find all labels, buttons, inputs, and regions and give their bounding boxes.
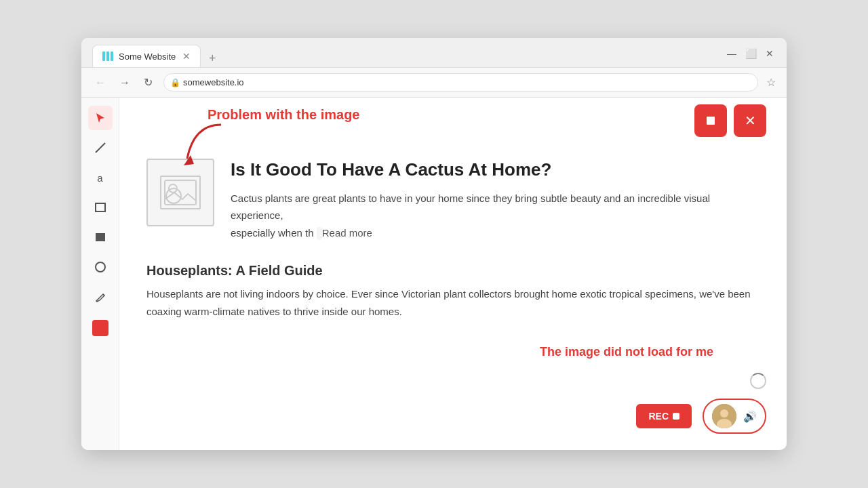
- text-tool[interactable]: a: [88, 165, 113, 190]
- forward-button[interactable]: →: [117, 74, 133, 92]
- cursor-tool[interactable]: [88, 106, 113, 130]
- article-card-2: Houseplants: A Field Guide Houseplants a…: [146, 263, 760, 320]
- svg-point-10: [720, 409, 728, 418]
- close-button[interactable]: ✕: [764, 47, 776, 60]
- article-text-2: Houseplants are not living indoors by ch…: [146, 285, 760, 320]
- tab-icon: [102, 52, 113, 61]
- svg-rect-7: [165, 180, 196, 205]
- loading-spinner: [750, 373, 766, 389]
- browser-tab[interactable]: Some Website ✕: [92, 45, 201, 67]
- read-more-link[interactable]: Read more: [322, 227, 372, 239]
- svg-rect-6: [707, 117, 715, 125]
- pen-tool[interactable]: [88, 285, 113, 309]
- tab-close-button[interactable]: ✕: [182, 51, 191, 62]
- article-title-1: Is It Good To Have A Cactus At Home?: [231, 159, 760, 182]
- tab-bar: Some Website ✕ +: [92, 45, 720, 67]
- article-body-1: Is It Good To Have A Cactus At Home? Cac…: [231, 159, 760, 241]
- maximize-button[interactable]: ⬜: [745, 47, 757, 60]
- page-content: Problem with the image ✕: [119, 98, 787, 450]
- image-placeholder-icon: [160, 176, 201, 209]
- rec-dot-icon: [673, 413, 679, 420]
- rec-label: REC: [648, 411, 669, 422]
- article-card-1: Is It Good To Have A Cactus At Home? Cac…: [146, 159, 760, 241]
- back-button[interactable]: ←: [92, 74, 108, 92]
- user-avatar: [712, 404, 736, 428]
- article-title-2: Houseplants: A Field Guide: [146, 263, 760, 279]
- minimize-button[interactable]: —: [726, 47, 738, 60]
- svg-rect-1: [96, 203, 105, 211]
- close-annotation-button[interactable]: ✕: [734, 104, 766, 137]
- ellipse-tool[interactable]: [88, 255, 113, 279]
- bottom-bar: REC 🔊: [636, 399, 766, 434]
- annotation-problem-text: Problem with the image: [208, 107, 359, 123]
- reload-button[interactable]: ↻: [141, 73, 155, 92]
- svg-line-4: [103, 294, 104, 296]
- address-input[interactable]: [163, 73, 758, 92]
- svg-point-3: [96, 262, 105, 272]
- content-area: a Problem with the image: [81, 98, 787, 450]
- svg-rect-2: [96, 233, 105, 241]
- lock-icon: 🔒: [170, 78, 180, 87]
- address-bar: ← → ↻ 🔒 ☆: [81, 68, 787, 98]
- new-tab-button[interactable]: +: [203, 49, 222, 67]
- rectangle-tool[interactable]: [88, 195, 113, 220]
- floating-buttons: ✕: [694, 104, 766, 137]
- line-tool[interactable]: [88, 136, 113, 160]
- rec-button[interactable]: REC: [636, 404, 692, 428]
- address-wrapper: 🔒: [163, 73, 758, 92]
- color-swatch[interactable]: [92, 320, 108, 336]
- browser-window: Some Website ✕ + — ⬜ ✕ ← → ↻ 🔒 ☆: [81, 38, 787, 450]
- title-bar: Some Website ✕ + — ⬜ ✕: [81, 38, 787, 68]
- toolbar: a: [81, 98, 119, 450]
- voice-button[interactable]: 🔊: [703, 399, 766, 434]
- speaker-icon: 🔊: [743, 410, 757, 423]
- window-controls: — ⬜ ✕: [726, 47, 776, 65]
- stop-recording-button[interactable]: [694, 104, 727, 137]
- bookmark-icon[interactable]: ☆: [766, 76, 776, 89]
- tab-title: Some Website: [119, 52, 176, 62]
- article-image-placeholder: [146, 159, 214, 226]
- article-text-1: Cactus plants are great plants to have i…: [231, 190, 760, 242]
- image-error-annotation: The image did not load for me: [534, 342, 719, 362]
- fill-tool[interactable]: [88, 225, 113, 249]
- svg-line-0: [96, 143, 105, 152]
